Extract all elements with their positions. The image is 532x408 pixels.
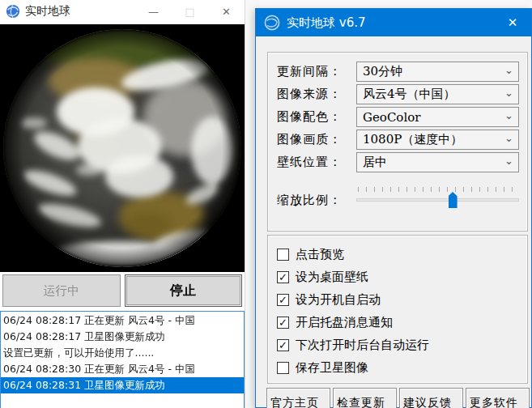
checkbox-icon[interactable]: ✓ <box>277 317 289 329</box>
update-log-list[interactable]: 06/24 08:28:17 正在更新 风云4号 - 中国 06/24 08:2… <box>0 311 245 408</box>
selected-value: 30分钟 <box>363 64 504 79</box>
main-window-title: 实时地球 <box>25 4 70 19</box>
earth-satellite-image <box>0 24 245 272</box>
log-row[interactable]: 06/24 08:28:17 正在更新 风云4号 - 中国 <box>1 312 244 329</box>
stop-button[interactable]: 停止 <box>125 274 243 307</box>
setting-label: 图像画质： <box>277 132 356 147</box>
check-update-button[interactable]: 检查更新 <box>333 388 397 408</box>
image-quality-select[interactable]: 1080P（速度中） ⌄ <box>356 130 519 150</box>
check-icon: ✓ <box>279 272 287 283</box>
official-homepage-button[interactable]: 官方主页 <box>266 388 330 408</box>
check-icon: ✓ <box>279 295 287 305</box>
selected-value: 1080P（速度中） <box>363 132 504 147</box>
setting-row-zoom-scale: 缩放比例： <box>277 185 519 215</box>
zoom-scale-slider[interactable] <box>356 185 519 215</box>
check-icon: ✓ <box>279 317 287 328</box>
chevron-down-icon: ⌄ <box>504 87 513 98</box>
slider-ticks <box>358 187 517 192</box>
setting-row-image-source: 图像来源： 风云4号（中国） ⌄ <box>277 84 519 104</box>
app-globe-icon <box>6 4 20 19</box>
setting-label: 更新间隔： <box>277 64 356 79</box>
checkbox-label: 设为桌面壁纸 <box>296 270 368 285</box>
close-icon[interactable]: ✕ <box>494 9 531 36</box>
maximize-icon: □ <box>172 0 208 23</box>
chevron-down-icon: ⌄ <box>504 110 513 121</box>
check-icon: ✓ <box>279 340 287 351</box>
checkbox-icon[interactable]: ✓ <box>277 271 289 283</box>
setting-row-color-scheme: 图像配色： GeoColor ⌄ <box>277 107 519 127</box>
selected-value: GeoColor <box>363 110 504 125</box>
setting-label: 图像配色： <box>277 109 356 125</box>
settings-body: 更新间隔： 30分钟 ⌄ 图像来源： 风云4号（中国） ⌄ 图像配色： <box>256 36 531 408</box>
footer-button-row: 官方主页 检查更新 建议反馈 更多软件 <box>266 388 530 408</box>
log-row[interactable]: 06/24 08:28:31 卫星图像更新成功 <box>1 377 244 393</box>
chevron-down-icon: ⌄ <box>504 65 513 75</box>
color-scheme-select[interactable]: GeoColor ⌄ <box>356 107 519 127</box>
setting-label: 图像来源： <box>277 87 356 102</box>
checkbox-icon[interactable]: ✓ <box>277 339 289 351</box>
image-source-select[interactable]: 风云4号（中国） ⌄ <box>356 84 519 104</box>
minimize-icon[interactable]: — <box>135 0 172 23</box>
setting-row-update-interval: 更新间隔： 30分钟 ⌄ <box>277 62 519 82</box>
close-icon[interactable]: ✕ <box>208 0 245 23</box>
running-button: 运行中 <box>2 274 121 307</box>
earth-globe-graphic <box>0 24 245 272</box>
run-stop-button-row: 运行中 停止 <box>0 272 245 308</box>
checkbox-label: 开启托盘消息通知 <box>296 315 393 330</box>
checkbox-click-preview[interactable]: ✓ 点击预览 <box>277 243 519 266</box>
log-row[interactable]: 设置已更新，可以开始使用了...... <box>1 345 244 361</box>
setting-row-image-quality: 图像画质： 1080P（速度中） ⌄ <box>277 130 519 150</box>
options-group: ✓ 点击预览 ✓ 设为桌面壁纸 ✓ 设为开机自启动 ✓ 开启托盘消息通知 ✓ <box>267 235 528 384</box>
selected-value: 居中 <box>363 155 504 170</box>
chevron-down-icon: ⌄ <box>504 133 513 143</box>
checkbox-set-desktop-wallpaper[interactable]: ✓ 设为桌面壁纸 <box>277 266 519 288</box>
update-interval-select[interactable]: 30分钟 ⌄ <box>356 62 519 82</box>
settings-group: 更新间隔： 30分钟 ⌄ 图像来源： 风云4号（中国） ⌄ 图像配色： <box>267 52 528 232</box>
checkbox-tray-notifications[interactable]: ✓ 开启托盘消息通知 <box>277 311 519 334</box>
feedback-button[interactable]: 建议反馈 <box>399 388 463 408</box>
checkbox-autostart[interactable]: ✓ 设为开机自启动 <box>277 288 519 311</box>
checkbox-icon[interactable]: ✓ <box>277 249 289 261</box>
log-row[interactable]: 06/24 08:28:30 正在更新 风云4号 - 中国 <box>1 361 244 377</box>
settings-window-title: 实时地球 v6.7 <box>287 15 366 31</box>
settings-window: 实时地球 v6.7 ✕ 更新间隔： 30分钟 ⌄ 图像来源： 风云4号（中国） <box>255 8 532 408</box>
wallpaper-position-select[interactable]: 居中 ⌄ <box>356 152 519 172</box>
desktop: 实时地球 — □ ✕ <box>0 0 532 408</box>
app-globe-icon <box>264 15 280 31</box>
slider-track[interactable] <box>356 198 519 202</box>
main-window-titlebar: 实时地球 — □ ✕ <box>0 0 245 23</box>
checkbox-label: 保存卫星图像 <box>296 360 368 376</box>
more-software-button[interactable]: 更多软件 <box>466 388 530 408</box>
selected-value: 风云4号（中国） <box>363 87 504 102</box>
setting-label: 缩放比例： <box>277 193 356 208</box>
setting-row-wallpaper-position: 壁纸位置： 居中 ⌄ <box>277 152 519 172</box>
checkbox-label: 设为开机自启动 <box>296 292 381 308</box>
main-window: 实时地球 — □ ✕ <box>0 0 245 408</box>
log-row[interactable]: 06/24 08:28:17 卫星图像更新成功 <box>1 329 244 345</box>
setting-label: 壁纸位置： <box>277 155 356 170</box>
checkbox-icon[interactable]: ✓ <box>277 294 289 306</box>
chevron-down-icon: ⌄ <box>504 155 513 166</box>
settings-titlebar: 实时地球 v6.7 ✕ <box>256 9 531 36</box>
checkbox-icon[interactable]: ✓ <box>277 362 289 374</box>
checkbox-label: 点击预览 <box>296 247 344 262</box>
checkbox-background-run[interactable]: ✓ 下次打开时后台自动运行 <box>277 334 519 356</box>
checkbox-save-satellite-image[interactable]: ✓ 保存卫星图像 <box>277 356 519 379</box>
checkbox-label: 下次打开时后台自动运行 <box>296 338 429 353</box>
slider-thumb[interactable] <box>449 192 458 208</box>
